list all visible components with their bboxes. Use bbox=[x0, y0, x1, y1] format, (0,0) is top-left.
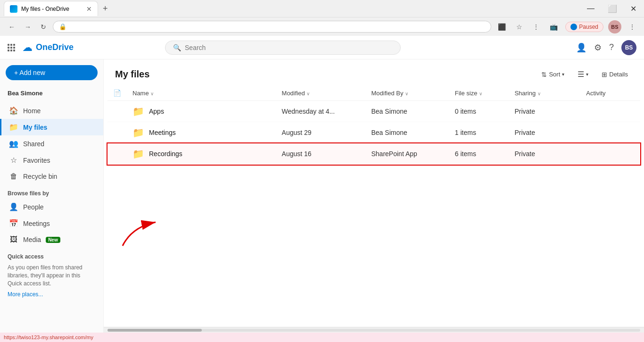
sidebar-item-people[interactable]: 👤 People bbox=[0, 199, 103, 215]
share-icon[interactable]: 👤 bbox=[576, 42, 586, 53]
add-new-button[interactable]: + Add new bbox=[6, 65, 98, 80]
file-name-text: Apps bbox=[149, 108, 164, 115]
row-activity bbox=[580, 101, 640, 122]
favorites-icon: ☆ bbox=[9, 156, 18, 165]
row-sharing: Private bbox=[509, 143, 580, 165]
sidebar-item-meetings[interactable]: 📅 Meetings bbox=[0, 215, 103, 232]
col-checkbox: 📄 bbox=[107, 85, 127, 101]
back-btn[interactable]: ← bbox=[6, 21, 18, 33]
sidebar-item-media[interactable]: 🖼 Media New bbox=[0, 232, 103, 248]
search-icon: 🔍 bbox=[173, 44, 181, 51]
folder-icon: 📁 bbox=[132, 148, 144, 159]
horizontal-scrollbar[interactable] bbox=[104, 327, 644, 333]
paused-status-btn[interactable]: Paused bbox=[565, 22, 603, 32]
forward-btn[interactable]: → bbox=[22, 21, 34, 33]
table-row[interactable]: 📁 Apps Wednesday at 4... Bea Simone 0 it… bbox=[107, 101, 640, 122]
row-check bbox=[107, 122, 127, 143]
scrollbar-thumb[interactable] bbox=[107, 329, 202, 332]
sidebar-item-recycle-bin[interactable]: 🗑 Recycle bin bbox=[0, 168, 103, 184]
sidebar-item-favorites[interactable]: ☆ Favorites bbox=[0, 152, 103, 168]
file-table-body: 📁 Apps Wednesday at 4... Bea Simone 0 it… bbox=[107, 101, 640, 165]
sharing-sort-icon: ∨ bbox=[537, 91, 541, 96]
app-header: ☁ OneDrive 🔍 👤 ⚙ ? BS bbox=[0, 36, 644, 59]
sidebar-item-shared[interactable]: 👥 Shared bbox=[0, 135, 103, 152]
sidebar: + Add new Bea Simone 🏠 Home 📁 My files 👥… bbox=[0, 59, 104, 333]
row-sharing: Private bbox=[509, 122, 580, 143]
active-tab[interactable]: My files - OneDrive ✕ bbox=[4, 1, 98, 16]
header-icons: 👤 ⚙ ? BS bbox=[576, 40, 636, 55]
media-icon: 🖼 bbox=[9, 235, 18, 244]
view-toggle-button[interactable]: ☰ ▾ bbox=[573, 67, 593, 82]
table-header: 📄 Name ∨ Modified ∨ Modified By ∨ bbox=[107, 85, 640, 101]
quick-access-desc: As you open files from shared libraries,… bbox=[0, 262, 103, 289]
sort-button[interactable]: ⇅ Sort ▾ bbox=[537, 68, 569, 81]
minimize-btn[interactable]: — bbox=[583, 2, 598, 15]
sidebar-item-label: Home bbox=[23, 107, 41, 115]
row-file-size: 0 items bbox=[449, 101, 509, 122]
browser-settings-btn[interactable]: ⋮ bbox=[530, 21, 542, 33]
row-check bbox=[107, 101, 127, 122]
tab-favicon bbox=[10, 5, 17, 13]
table-row[interactable]: 📁 Meetings August 29 Bea Simone 1 items … bbox=[107, 122, 640, 143]
sidebar-item-label: Recycle bin bbox=[23, 173, 57, 180]
address-input[interactable]: twiso123-my.sharepoint.com/my bbox=[70, 23, 485, 30]
status-bar: https://twiso123-my.sharepoint.com/my bbox=[0, 333, 644, 342]
tab-close-btn[interactable]: ✕ bbox=[86, 6, 92, 12]
sort-chevron-icon: ▾ bbox=[562, 72, 564, 77]
file-name-text: Meetings bbox=[149, 129, 176, 136]
col-modified-header[interactable]: Modified ∨ bbox=[276, 85, 366, 101]
row-modified-by: Bea Simone bbox=[366, 101, 449, 122]
tab-title: My files - OneDrive bbox=[21, 6, 83, 12]
screen-cast-btn[interactable]: 📺 bbox=[547, 21, 561, 33]
sidebar-item-my-files[interactable]: 📁 My files bbox=[0, 119, 103, 135]
navbar-right: ⬛ ☆ ⋮ 📺 Paused BS ⋮ bbox=[495, 20, 638, 33]
col-modified-by-header[interactable]: Modified By ∨ bbox=[366, 85, 449, 101]
sort-label: Sort bbox=[549, 71, 560, 78]
row-name[interactable]: 📁 Apps bbox=[127, 101, 276, 122]
row-name[interactable]: 📁 Recordings bbox=[127, 143, 276, 165]
browse-files-section: Browse files by bbox=[0, 184, 103, 199]
file-table-container: 📄 Name ∨ Modified ∨ Modified By ∨ bbox=[104, 85, 644, 327]
user-avatar[interactable]: BS bbox=[621, 40, 636, 55]
refresh-btn[interactable]: ↻ bbox=[38, 21, 49, 33]
col-sharing-header[interactable]: Sharing ∨ bbox=[509, 85, 580, 101]
modified-sort-icon: ∨ bbox=[306, 91, 310, 96]
meetings-icon: 📅 bbox=[9, 219, 18, 228]
more-options-btn[interactable]: ⋮ bbox=[626, 21, 638, 33]
row-sharing: Private bbox=[509, 101, 580, 122]
folder-icon: 📁 bbox=[132, 127, 144, 138]
row-file-size: 1 items bbox=[449, 122, 509, 143]
content-area: My files ⇅ Sort ▾ ☰ ▾ ⊞ De bbox=[104, 59, 644, 333]
browser-profile-btn[interactable]: BS bbox=[608, 20, 621, 33]
search-input[interactable] bbox=[185, 44, 393, 51]
close-btn[interactable]: ✕ bbox=[627, 2, 640, 15]
list-view-icon: ☰ bbox=[578, 70, 584, 79]
address-bar[interactable]: 🔒 twiso123-my.sharepoint.com/my bbox=[53, 21, 491, 33]
settings-icon[interactable]: ⚙ bbox=[594, 42, 602, 53]
search-bar[interactable]: 🔍 bbox=[165, 41, 401, 55]
app-container: ☁ OneDrive 🔍 👤 ⚙ ? BS + Add new Bea Simo… bbox=[0, 36, 644, 333]
new-tab-btn[interactable]: + bbox=[100, 3, 111, 15]
recycle-bin-icon: 🗑 bbox=[9, 172, 18, 181]
extensions-btn[interactable]: ⬛ bbox=[495, 21, 509, 33]
window-controls: — ⬜ ✕ bbox=[583, 2, 640, 15]
row-file-size: 6 items bbox=[449, 143, 509, 165]
favorites-btn[interactable]: ☆ bbox=[513, 21, 525, 33]
row-name[interactable]: 📁 Meetings bbox=[127, 122, 276, 143]
sidebar-user-name: Bea Simone bbox=[0, 88, 103, 102]
sort-icon: ⇅ bbox=[541, 71, 547, 78]
more-places-link[interactable]: More places... bbox=[0, 289, 103, 300]
row-modified: August 16 bbox=[276, 143, 366, 165]
sidebar-item-label: Media bbox=[23, 236, 41, 243]
table-row-recordings[interactable]: 📁 Recordings August 16 SharePoint App 6 … bbox=[107, 143, 640, 165]
col-activity-header: Activity bbox=[580, 85, 640, 101]
help-icon[interactable]: ? bbox=[609, 42, 614, 52]
apps-grid-icon[interactable] bbox=[8, 44, 15, 51]
maximize-btn[interactable]: ⬜ bbox=[604, 2, 621, 15]
details-button[interactable]: ⊞ Details bbox=[597, 68, 633, 81]
content-header: My files ⇅ Sort ▾ ☰ ▾ ⊞ De bbox=[104, 59, 644, 85]
col-file-size-header[interactable]: File size ∨ bbox=[449, 85, 509, 101]
sidebar-item-home[interactable]: 🏠 Home bbox=[0, 102, 103, 119]
col-name-header[interactable]: Name ∨ bbox=[127, 85, 276, 101]
details-icon: ⊞ bbox=[602, 71, 607, 78]
